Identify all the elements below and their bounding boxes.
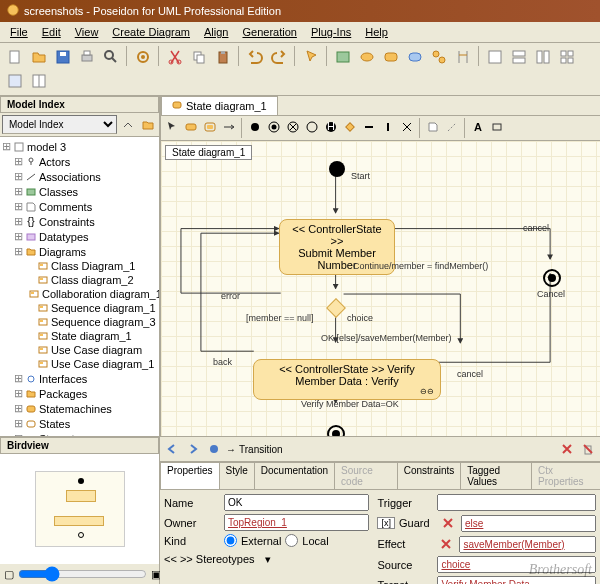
- seq-diag-button[interactable]: [452, 46, 474, 68]
- effect-delete-icon[interactable]: [437, 535, 455, 553]
- view6-button[interactable]: [28, 70, 50, 92]
- effect-field[interactable]: [459, 536, 596, 553]
- paste-button[interactable]: [212, 46, 234, 68]
- tree-node[interactable]: ⊞model 3: [2, 139, 157, 154]
- target-field[interactable]: [437, 576, 596, 584]
- join-tool[interactable]: [379, 118, 397, 136]
- tab-style[interactable]: Style: [219, 462, 255, 489]
- trigger-field[interactable]: [437, 494, 596, 511]
- zoom-out-icon[interactable]: ▢: [4, 568, 14, 581]
- choice-tool[interactable]: [341, 118, 359, 136]
- tab-constraints[interactable]: Constraints: [397, 462, 462, 489]
- note-tool[interactable]: [424, 118, 442, 136]
- state-diag-button[interactable]: [380, 46, 402, 68]
- rect-tool[interactable]: [488, 118, 506, 136]
- menu-create-diagram[interactable]: Create Diagram: [106, 24, 196, 40]
- view5-button[interactable]: [4, 70, 26, 92]
- menu-align[interactable]: Align: [198, 24, 234, 40]
- tab-properties[interactable]: Properties: [160, 462, 220, 489]
- source-field[interactable]: [437, 556, 596, 573]
- nav-fwd-button[interactable]: [184, 440, 202, 458]
- tab-ctxproperties[interactable]: Ctx Properties: [531, 462, 600, 489]
- view1-button[interactable]: [484, 46, 506, 68]
- options-button[interactable]: [132, 46, 154, 68]
- initial-node[interactable]: [329, 161, 345, 177]
- usecase-diag-button[interactable]: [356, 46, 378, 68]
- tab-documentation[interactable]: Documentation: [254, 462, 335, 489]
- tree-node[interactable]: ⊞Packages: [2, 386, 157, 401]
- model-tree[interactable]: ⊞model 3⊞Actors⊞Associations⊞Classes⊞Com…: [0, 137, 159, 436]
- tab-sourcecode[interactable]: Source code: [334, 462, 398, 489]
- pointer-tool[interactable]: [163, 118, 181, 136]
- view4-button[interactable]: [556, 46, 578, 68]
- class-diag-button[interactable]: [332, 46, 354, 68]
- initial-tool[interactable]: [246, 118, 264, 136]
- copy-button[interactable]: [188, 46, 210, 68]
- tree-node[interactable]: State diagram_1: [2, 329, 157, 343]
- undo-button[interactable]: [244, 46, 266, 68]
- tree-node[interactable]: Sequence diagram_3: [2, 315, 157, 329]
- tree-node[interactable]: ⊞States: [2, 416, 157, 431]
- view3-button[interactable]: [532, 46, 554, 68]
- kind-external-radio[interactable]: [224, 534, 237, 547]
- fork-tool[interactable]: [360, 118, 378, 136]
- birdview-canvas[interactable]: [0, 454, 159, 564]
- save-button[interactable]: [52, 46, 74, 68]
- print-button[interactable]: [76, 46, 98, 68]
- pointer-button[interactable]: [300, 46, 322, 68]
- tree-node[interactable]: ⊞Associations: [2, 169, 157, 184]
- tree-node[interactable]: ⊞Datatypes: [2, 229, 157, 244]
- delete-button[interactable]: [558, 440, 576, 458]
- tree-folder-button[interactable]: [139, 116, 157, 134]
- terminate-tool[interactable]: [284, 118, 302, 136]
- diagram-canvas[interactable]: State diagram_1 Start << Controll: [161, 141, 600, 436]
- tree-node[interactable]: Class Diagram_1: [2, 259, 157, 273]
- tab-taggedvalues[interactable]: Tagged Values: [460, 462, 532, 489]
- tree-node[interactable]: ⊞{}Constraints: [2, 214, 157, 229]
- text-tool[interactable]: A: [469, 118, 487, 136]
- activity-diag-button[interactable]: [404, 46, 426, 68]
- guard-delete-icon[interactable]: [439, 514, 457, 532]
- final-cancel[interactable]: [543, 269, 561, 287]
- tree-up-button[interactable]: [119, 116, 137, 134]
- name-field[interactable]: [224, 494, 369, 511]
- tree-node[interactable]: ⊞Diagrams: [2, 244, 157, 259]
- transition-tool[interactable]: [220, 118, 238, 136]
- kind-local-radio[interactable]: [285, 534, 298, 547]
- new-button[interactable]: [4, 46, 26, 68]
- tree-node[interactable]: ⊞Interfaces: [2, 371, 157, 386]
- collab-diag-button[interactable]: [428, 46, 450, 68]
- open-button[interactable]: [28, 46, 50, 68]
- model-index-selector[interactable]: Model Index: [2, 115, 117, 134]
- state-tool[interactable]: [182, 118, 200, 136]
- tree-node[interactable]: ⊞Classes: [2, 184, 157, 199]
- find-button[interactable]: [100, 46, 122, 68]
- menu-generation[interactable]: Generation: [236, 24, 302, 40]
- menu-plugins[interactable]: Plug-Ins: [305, 24, 357, 40]
- junction-tool[interactable]: [398, 118, 416, 136]
- tree-node[interactable]: Use Case diagram_1: [2, 357, 157, 371]
- stereo-add-button[interactable]: ▾: [259, 550, 277, 568]
- delete-from-model-button[interactable]: [579, 440, 597, 458]
- tree-node[interactable]: ⊞Actors: [2, 154, 157, 169]
- guard-field[interactable]: [461, 515, 596, 532]
- tree-node[interactable]: Collaboration diagram_1: [2, 287, 157, 301]
- tree-node[interactable]: Class diagram_2: [2, 273, 157, 287]
- tree-node[interactable]: Sequence diagram_1: [2, 301, 157, 315]
- entry-tool[interactable]: [303, 118, 321, 136]
- note-link-tool[interactable]: [443, 118, 461, 136]
- menu-edit[interactable]: Edit: [36, 24, 67, 40]
- menu-view[interactable]: View: [69, 24, 105, 40]
- final-tool[interactable]: [265, 118, 283, 136]
- menu-help[interactable]: Help: [359, 24, 394, 40]
- deep-history-tool[interactable]: H: [322, 118, 340, 136]
- composite-tool[interactable]: [201, 118, 219, 136]
- tree-node[interactable]: ⊞Statemachines: [2, 401, 157, 416]
- cut-button[interactable]: [164, 46, 186, 68]
- view2-button[interactable]: [508, 46, 530, 68]
- zoom-slider[interactable]: [18, 566, 147, 582]
- tree-node[interactable]: Use Case diagram: [2, 343, 157, 357]
- tree-node[interactable]: ⊞Comments: [2, 199, 157, 214]
- redo-button[interactable]: [268, 46, 290, 68]
- owner-field[interactable]: [224, 514, 369, 531]
